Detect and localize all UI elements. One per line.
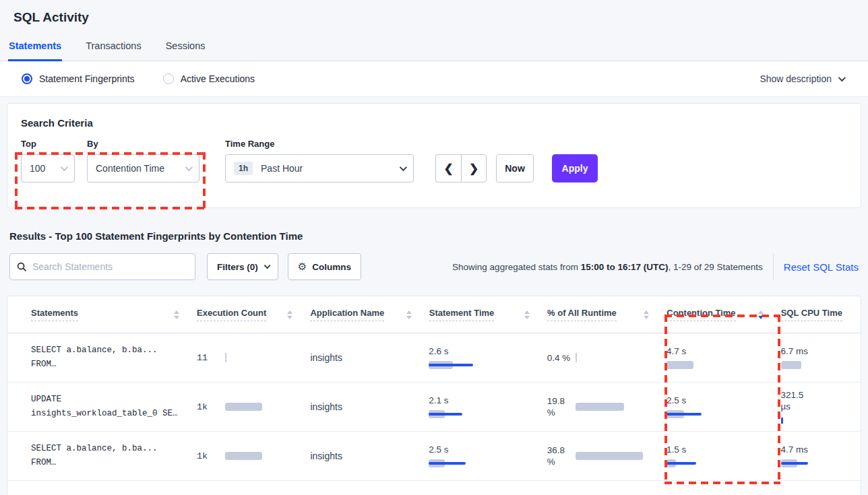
table-row[interactable]: UPDATE insights_workload_table_0 SE… 1k … [7, 383, 861, 432]
chevron-down-icon [61, 164, 68, 171]
top-field: Top 100 [21, 139, 75, 183]
chevron-down-icon [400, 164, 407, 171]
contention-time-cell: 1.5 s [666, 444, 781, 468]
divider [773, 253, 774, 280]
execution-count-bar [225, 402, 290, 411]
runtime-pct-cell: 0.4 % [547, 352, 666, 364]
statement-time-bar [429, 409, 483, 419]
time-range-field: Time Range 1h Past Hour [225, 139, 414, 183]
statement-link[interactable]: SELECT a.balance, b.ba... FROM… [31, 442, 197, 470]
application-name-cell: insights [310, 401, 429, 412]
statement-time-cell: 2.6 s [429, 345, 547, 370]
contention-time-bar [666, 409, 720, 419]
statement-time-bar [429, 459, 483, 468]
table-header-row: Statements Execution Count Application N… [7, 296, 861, 333]
search-criteria-heading: Search Criteria [21, 117, 847, 129]
top-select[interactable]: 100 [21, 154, 75, 183]
sort-icon-active-desc[interactable] [758, 310, 764, 319]
execution-count-bar [225, 353, 290, 362]
statement-time-bar [429, 360, 483, 370]
time-range-prev-button[interactable]: ❮ [435, 154, 461, 183]
chevron-down-icon [838, 74, 846, 81]
sql-cpu-time-cell: 6.7 ms [781, 345, 861, 370]
sort-icon[interactable] [644, 310, 649, 319]
runtime-pct-cell: 19.8 % [547, 395, 666, 418]
tab-statements[interactable]: Statements [8, 38, 62, 61]
now-button[interactable]: Now [496, 154, 534, 183]
sql-cpu-time-cell: 321.5 µs [781, 389, 861, 425]
table-row[interactable]: SELECT a.balance, b.ba... FROM… 11 insig… [7, 333, 861, 383]
aggregated-stats-text: Showing aggregated stats from 15:00 to 1… [452, 262, 763, 272]
statement-time-cell: 2.1 s [429, 395, 547, 419]
time-range-badge: 1h [234, 162, 253, 175]
chevron-down-icon [264, 262, 270, 269]
execution-count-bar [225, 451, 290, 461]
execution-count-cell: 1k [197, 451, 311, 462]
column-header-contention-time[interactable]: Contention Time [666, 308, 780, 321]
search-icon [17, 262, 27, 272]
statement-link[interactable]: UPDATE insights_workload_table_0 SE… [31, 393, 197, 421]
apply-button[interactable]: Apply [552, 154, 598, 183]
sql-cpu-time-bar [781, 416, 835, 425]
contention-time-bar [666, 360, 720, 370]
by-field: By Contention Time [87, 139, 199, 183]
sort-icon[interactable] [174, 310, 179, 319]
sql-cpu-time-bar [781, 459, 835, 468]
time-range-next-button[interactable]: ❯ [461, 154, 487, 183]
table-row[interactable]: SELECT a.balance, b.ba... FROM… 1k insig… [7, 432, 861, 481]
runtime-pct-bar [576, 451, 646, 461]
results-toolbar: Filters (0) ⚙ Columns Showing aggregated… [9, 253, 859, 280]
results-heading: Results - Top 100 Statement Fingerprints… [9, 230, 868, 242]
column-header-statements[interactable]: Statements [31, 308, 197, 321]
radio-selected-icon [22, 73, 32, 84]
application-name-cell: insights [310, 352, 429, 363]
sort-icon[interactable] [287, 310, 292, 319]
contention-time-bar [666, 459, 720, 468]
statements-table: Statements Execution Count Application N… [7, 296, 861, 495]
time-range-select[interactable]: 1h Past Hour [225, 154, 414, 183]
contention-time-cell: 2.5 s [666, 395, 781, 419]
execution-count-cell: 11 [197, 352, 311, 364]
column-header-runtime-pct[interactable]: % of All Runtime [547, 308, 666, 321]
sql-cpu-time-cell: 4.7 ms [781, 444, 861, 468]
sort-icon[interactable] [524, 310, 530, 319]
statement-link[interactable]: SELECT a.balance, b.ba... FROM… [31, 343, 197, 372]
application-name-cell: insights [310, 451, 429, 461]
radio-unselected-icon [163, 73, 174, 84]
column-header-execution-count[interactable]: Execution Count [197, 308, 310, 321]
reset-sql-stats-link[interactable]: Reset SQL Stats [784, 261, 859, 273]
tab-transactions[interactable]: Transactions [85, 38, 142, 61]
contention-time-cell: 4.7 s [666, 345, 781, 370]
runtime-pct-bar [576, 402, 646, 411]
statement-time-cell: 2.5 s [429, 444, 547, 468]
filters-button[interactable]: Filters (0) [207, 253, 278, 280]
runtime-pct-bar [576, 353, 646, 362]
tab-sessions[interactable]: Sessions [165, 38, 206, 61]
gear-icon: ⚙ [298, 261, 307, 273]
sort-icon[interactable] [406, 310, 412, 319]
column-header-application-name[interactable]: Application Name [310, 308, 429, 321]
columns-button[interactable]: ⚙ Columns [288, 253, 361, 280]
view-toggle-bar: Statement Fingerprints Active Executions… [0, 61, 868, 96]
show-description-toggle[interactable]: Show description [760, 73, 844, 84]
tab-bar: Statements Transactions Sessions [0, 38, 868, 61]
execution-count-cell: 1k [197, 401, 311, 413]
search-statements-input[interactable] [32, 261, 181, 272]
chevron-down-icon [185, 164, 193, 171]
sql-cpu-time-bar [781, 360, 835, 370]
by-select[interactable]: Contention Time [87, 154, 199, 183]
runtime-pct-cell: 36.8 % [547, 444, 666, 467]
radio-statement-fingerprints[interactable]: Statement Fingerprints [22, 73, 135, 84]
column-header-sql-cpu-time[interactable]: SQL CPU Time [781, 308, 861, 321]
search-criteria-card: Search Criteria Top 100 By Contention Ti… [7, 103, 861, 208]
page-title: SQL Activity [0, 0, 868, 25]
search-statements-box [9, 253, 195, 280]
radio-active-executions[interactable]: Active Executions [163, 73, 255, 84]
time-range-arrows: ❮ ❯ [435, 154, 487, 183]
column-header-statement-time[interactable]: Statement Time [429, 308, 547, 321]
